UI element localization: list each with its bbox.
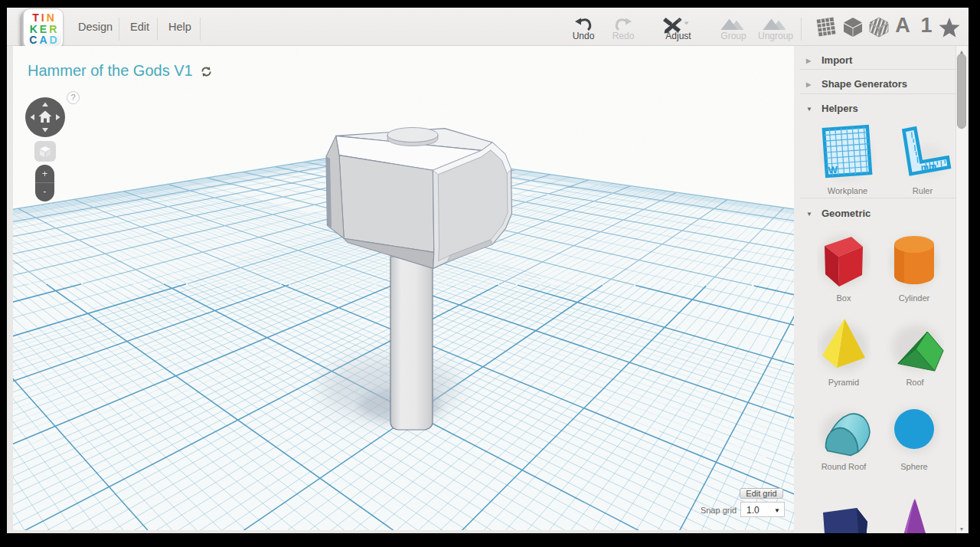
svg-text:mm: mm — [920, 162, 936, 172]
svg-text:W: W — [828, 164, 838, 176]
